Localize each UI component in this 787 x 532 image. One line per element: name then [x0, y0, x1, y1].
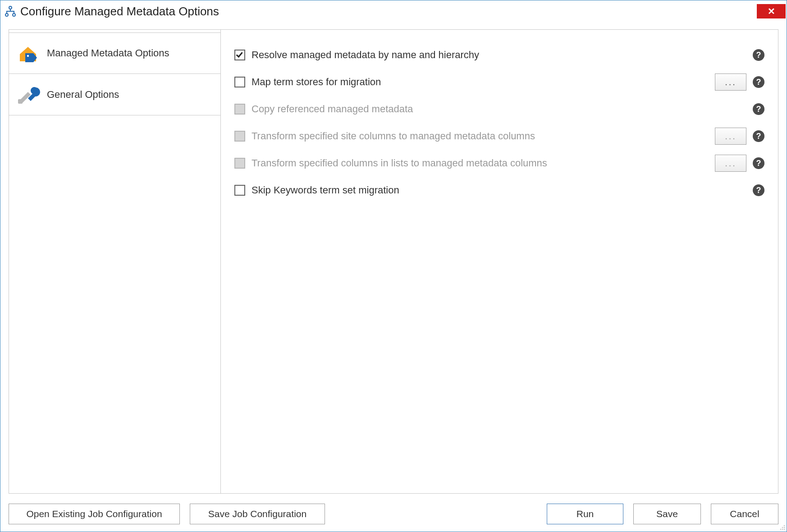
svg-point-2	[13, 14, 15, 16]
help-icon[interactable]: ?	[753, 184, 764, 196]
side-tabs: Managed Metadata Options General Options	[9, 30, 221, 493]
tools-icon	[15, 84, 41, 105]
option-label: Skip Keywords term set migration	[252, 184, 399, 196]
option-label: Map term stores for migration	[252, 76, 381, 88]
dialog-body: Managed Metadata Options General Options	[0, 22, 787, 532]
svg-point-7	[784, 527, 785, 528]
tab-managed-metadata[interactable]: Managed Metadata Options	[9, 32, 221, 74]
titlebar: Configure Managed Metadata Options ✕	[0, 0, 787, 22]
option-resolve-by-name: Resolve managed metadata by name and hie…	[234, 41, 764, 69]
checkbox-transform-site-columns	[234, 131, 245, 142]
option-label: Copy referenced managed metadata	[252, 103, 413, 115]
checkbox-copy-referenced	[234, 104, 245, 115]
option-skip-keywords: Skip Keywords term set migration ?	[234, 177, 764, 204]
save-config-button[interactable]: Save Job Configuration	[190, 504, 325, 524]
run-button[interactable]: Run	[547, 504, 623, 524]
house-tag-icon	[15, 42, 41, 64]
close-icon: ✕	[768, 6, 775, 17]
tab-label: Managed Metadata Options	[47, 47, 169, 59]
options-pane: Resolve managed metadata by name and hie…	[220, 30, 778, 493]
browse-button-transform-site-columns: ...	[715, 128, 746, 145]
option-label: Resolve managed metadata by name and hie…	[252, 49, 479, 61]
svg-rect-4	[18, 99, 23, 104]
option-copy-referenced: Copy referenced managed metadata ?	[234, 96, 764, 123]
svg-point-0	[9, 6, 12, 9]
window-title: Configure Managed Metadata Options	[20, 5, 757, 18]
help-icon[interactable]: ?	[753, 103, 764, 115]
resize-grip-icon[interactable]	[778, 523, 786, 531]
footer-buttons: Open Existing Job Configuration Save Job…	[9, 494, 778, 526]
close-button[interactable]: ✕	[757, 4, 786, 18]
main-panel: Managed Metadata Options General Options	[9, 29, 778, 494]
svg-point-9	[782, 529, 783, 530]
svg-point-10	[784, 529, 785, 530]
help-icon[interactable]: ?	[753, 49, 764, 61]
option-label: Transform specified site columns to mana…	[252, 130, 535, 142]
help-icon[interactable]: ?	[753, 76, 764, 88]
option-transform-list-columns: Transform specified columns in lists to …	[234, 150, 764, 177]
option-transform-site-columns: Transform specified site columns to mana…	[234, 123, 764, 150]
browse-button-map-term-stores[interactable]: ...	[715, 73, 746, 91]
save-button[interactable]: Save	[633, 504, 701, 524]
hierarchy-icon	[4, 5, 17, 18]
tab-label: General Options	[47, 89, 119, 101]
open-config-button[interactable]: Open Existing Job Configuration	[9, 504, 180, 524]
browse-button-transform-list-columns: ...	[715, 155, 746, 172]
help-icon[interactable]: ?	[753, 157, 764, 169]
checkbox-resolve-by-name[interactable]	[234, 50, 245, 60]
svg-point-1	[5, 14, 8, 16]
svg-point-8	[780, 529, 782, 530]
help-icon[interactable]: ?	[753, 130, 764, 142]
checkbox-transform-list-columns	[234, 158, 245, 169]
checkbox-map-term-stores[interactable]	[234, 77, 245, 87]
svg-point-5	[784, 525, 785, 527]
cancel-button[interactable]: Cancel	[711, 504, 778, 524]
option-label: Transform specified columns in lists to …	[252, 157, 547, 169]
tab-general-options[interactable]: General Options	[9, 74, 221, 115]
option-map-term-stores: Map term stores for migration ... ?	[234, 69, 764, 96]
svg-point-6	[782, 527, 783, 528]
dialog-window: Configure Managed Metadata Options ✕ Man…	[0, 0, 787, 532]
checkbox-skip-keywords[interactable]	[234, 185, 245, 196]
svg-point-3	[27, 55, 29, 57]
